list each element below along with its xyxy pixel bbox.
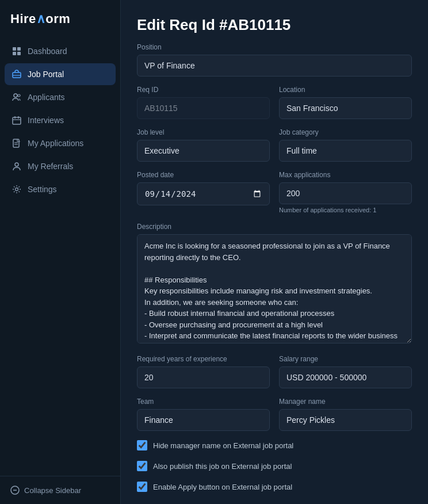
sidebar-item-label: Dashboard [28, 47, 67, 56]
form-body: Position Req ID Location Job level Job c… [121, 43, 428, 504]
salary-input[interactable] [279, 366, 412, 388]
manager-input[interactable] [279, 409, 412, 431]
location-group: Location [279, 86, 412, 119]
req-id-input [137, 97, 270, 119]
sidebar-item-settings[interactable]: Settings [5, 178, 116, 200]
publish-external-checkbox[interactable] [137, 461, 147, 471]
manager-group: Manager name [279, 398, 412, 431]
req-id-group: Req ID [137, 86, 270, 119]
manager-label: Manager name [279, 398, 412, 406]
team-group: Team [137, 398, 270, 431]
req-location-row: Req ID Location [137, 86, 412, 119]
posted-date-group: Posted date [137, 171, 270, 213]
sidebar-item-label: My Applications [28, 139, 83, 148]
users-icon [12, 92, 22, 102]
sidebar-item-my-applications[interactable]: My Applications [5, 132, 116, 154]
svg-rect-12 [13, 139, 19, 147]
svg-rect-8 [13, 117, 21, 124]
job-level-group: Job level [137, 128, 270, 162]
sidebar: Hire∧orm Dashboard Job P [0, 0, 121, 504]
file-icon [12, 138, 22, 148]
svg-point-15 [15, 163, 18, 166]
position-label: Position [137, 43, 412, 51]
page-header: Edit Req Id #AB10115 [121, 0, 428, 43]
exp-input[interactable] [137, 366, 270, 388]
location-input[interactable] [279, 97, 412, 119]
checkbox3-item[interactable]: Enable Apply button on External job port… [137, 482, 412, 492]
svg-rect-0 [13, 47, 16, 51]
collapse-label: Collapse Sidebar [24, 486, 81, 495]
sidebar-item-label: My Referrals [28, 162, 73, 171]
team-manager-row: Team Manager name [137, 398, 412, 431]
job-category-group: Job category [279, 128, 412, 162]
sidebar-item-label: Job Portal [28, 70, 64, 79]
page-title: Edit Req Id #AB10115 [137, 16, 412, 34]
logo-slash: ∧ [36, 12, 46, 26]
posted-date-input[interactable] [137, 182, 270, 205]
sidebar-item-label: Settings [28, 185, 57, 194]
svg-rect-3 [17, 52, 21, 55]
checkbox1-item[interactable]: Hide manager name on External job portal [137, 440, 412, 450]
gear-icon [12, 184, 22, 194]
main-content: Edit Req Id #AB10115 Position Req ID Loc… [121, 0, 428, 504]
sidebar-item-label: Applicants [28, 93, 65, 102]
sidebar-item-dashboard[interactable]: Dashboard [5, 40, 116, 62]
job-level-label: Job level [137, 128, 270, 136]
exp-salary-row: Required years of experience Salary rang… [137, 355, 412, 388]
sidebar-item-my-referrals[interactable]: My Referrals [5, 155, 116, 177]
logo-text2: orm [45, 12, 70, 26]
enable-apply-checkbox[interactable] [137, 482, 147, 492]
dashboard-icon [12, 46, 22, 56]
position-group: Position [137, 43, 412, 77]
sidebar-nav: Dashboard Job Portal Appl [0, 40, 120, 476]
max-applications-group: Max applications Number of applications … [279, 171, 412, 213]
max-applications-label: Max applications [279, 171, 412, 179]
svg-rect-2 [13, 52, 16, 55]
job-category-label: Job category [279, 128, 412, 136]
calendar-icon [12, 115, 22, 125]
location-label: Location [279, 86, 412, 94]
sidebar-item-interviews[interactable]: Interviews [5, 109, 116, 131]
collapse-sidebar-button[interactable]: Collapse Sidebar [0, 476, 120, 504]
max-applications-input[interactable] [279, 182, 412, 204]
team-input[interactable] [137, 409, 270, 431]
checkbox-group: Hide manager name on External job portal… [137, 440, 412, 495]
briefcase-icon [12, 69, 22, 79]
salary-group: Salary range [279, 355, 412, 388]
sidebar-item-label: Interviews [28, 116, 64, 125]
hide-manager-checkbox[interactable] [137, 440, 147, 450]
app-logo: Hire∧orm [0, 0, 120, 40]
svg-point-6 [14, 94, 17, 97]
posted-date-label: Posted date [137, 171, 270, 179]
position-input[interactable] [137, 55, 412, 77]
job-level-input[interactable] [137, 140, 270, 162]
exp-label: Required years of experience [137, 355, 270, 363]
description-textarea[interactable] [137, 234, 412, 343]
salary-label: Salary range [279, 355, 412, 363]
checkbox1-label: Hide manager name on External job portal [153, 441, 293, 450]
svg-rect-1 [17, 47, 21, 51]
date-max-row: Posted date Max applications Number of a… [137, 171, 412, 213]
checkbox2-item[interactable]: Also publish this job on External job po… [137, 461, 412, 471]
sidebar-item-applicants[interactable]: Applicants [5, 86, 116, 108]
logo-text: Hire [10, 12, 36, 26]
person-icon [12, 161, 22, 171]
checkbox2-label: Also publish this job on External job po… [153, 462, 292, 471]
description-group: Description [137, 223, 412, 346]
description-label: Description [137, 223, 412, 231]
req-id-label: Req ID [137, 86, 270, 94]
svg-point-16 [16, 188, 18, 191]
exp-group: Required years of experience [137, 355, 270, 388]
team-label: Team [137, 398, 270, 406]
svg-point-7 [18, 94, 20, 97]
checkbox3-label: Enable Apply button on External job port… [153, 483, 292, 491]
applications-received-text: Number of applications received: 1 [279, 207, 412, 213]
job-category-input[interactable] [279, 140, 412, 162]
level-category-row: Job level Job category [137, 128, 412, 162]
sidebar-item-job-portal[interactable]: Job Portal [5, 63, 116, 85]
